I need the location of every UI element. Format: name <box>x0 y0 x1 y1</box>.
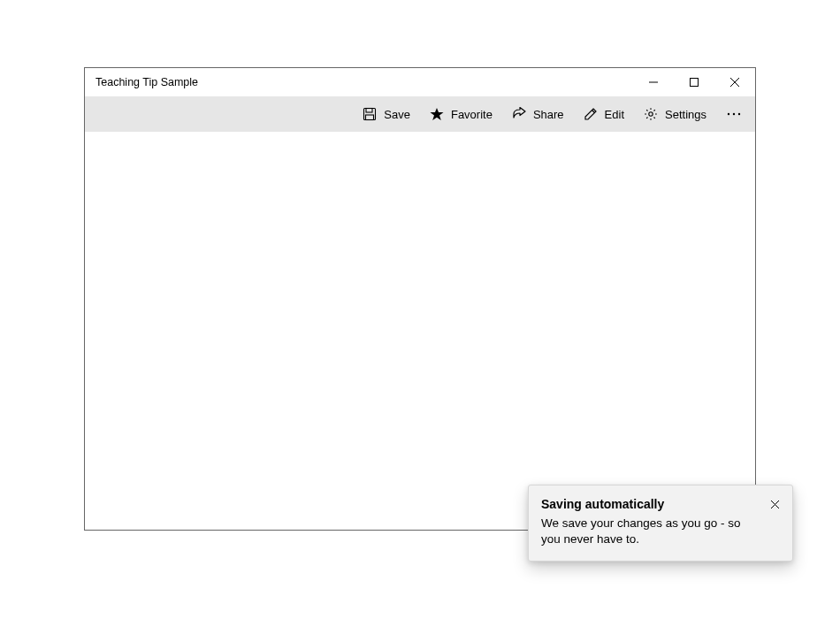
teaching-tip-title: Saving automatically <box>541 496 664 514</box>
window-title: Teaching Tip Sample <box>95 76 198 88</box>
teaching-tip-header: Saving automatically <box>541 496 780 514</box>
save-icon <box>363 107 377 121</box>
star-icon <box>430 107 444 121</box>
teaching-tip-close-button[interactable] <box>767 497 782 511</box>
svg-marker-7 <box>430 108 443 120</box>
pencil-icon <box>584 107 598 121</box>
svg-rect-1 <box>691 79 699 87</box>
teaching-tip-body: We save your changes as you go - so you … <box>541 516 762 549</box>
svg-point-9 <box>649 112 653 116</box>
maximize-button[interactable] <box>674 68 714 96</box>
content-area <box>85 132 755 530</box>
teaching-tip: Saving automatically We save your change… <box>528 485 793 562</box>
ellipsis-icon <box>727 112 741 116</box>
titlebar: Teaching Tip Sample <box>85 68 755 96</box>
share-label: Share <box>533 108 564 121</box>
close-icon <box>771 501 779 508</box>
svg-point-12 <box>738 113 740 115</box>
svg-line-8 <box>592 111 594 113</box>
maximize-icon <box>690 78 699 87</box>
overflow-button[interactable] <box>716 96 752 132</box>
close-icon <box>730 78 739 87</box>
svg-point-11 <box>733 113 735 115</box>
toolbar: Save Favorite Share <box>85 96 755 132</box>
share-icon <box>512 107 526 121</box>
svg-rect-6 <box>366 115 374 120</box>
favorite-label: Favorite <box>451 108 493 121</box>
favorite-button[interactable]: Favorite <box>420 96 502 132</box>
close-button[interactable] <box>714 68 755 96</box>
svg-rect-5 <box>366 109 372 113</box>
svg-point-10 <box>728 113 729 115</box>
caption-buttons <box>633 68 755 96</box>
edit-button[interactable]: Edit <box>574 96 634 132</box>
settings-label: Settings <box>665 108 706 121</box>
save-button[interactable]: Save <box>353 96 420 132</box>
minimize-icon <box>649 78 658 87</box>
share-button[interactable]: Share <box>502 96 574 132</box>
gear-icon <box>644 107 658 121</box>
edit-label: Edit <box>605 108 624 121</box>
save-label: Save <box>384 108 410 121</box>
app-window: Teaching Tip Sample <box>84 67 756 531</box>
minimize-button[interactable] <box>633 68 674 96</box>
settings-button[interactable]: Settings <box>634 96 716 132</box>
